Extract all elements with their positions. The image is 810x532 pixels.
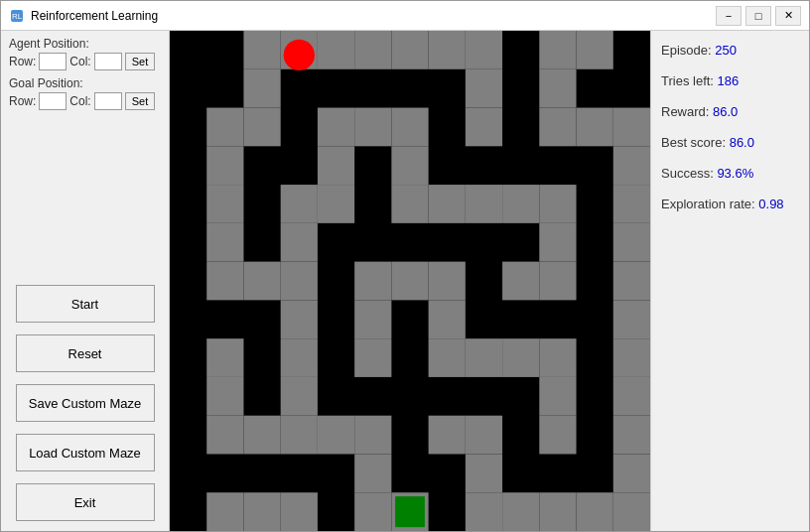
tries-label: Tries left:	[661, 73, 714, 88]
tries-stat: Tries left: 186	[661, 73, 799, 88]
load-maze-button[interactable]: Load Custom Maze	[16, 434, 155, 471]
reward-value: 86.0	[713, 104, 738, 119]
content-area: Agent Position: Row: Col: Set Goal Posit…	[1, 31, 809, 531]
goal-row-label: Row:	[9, 94, 36, 108]
save-maze-button[interactable]: Save Custom Maze	[16, 384, 155, 422]
agent-col-label: Col:	[69, 55, 90, 68]
maze-area[interactable]	[170, 31, 650, 531]
agent-position-section: Agent Position: Row: Col: Set	[9, 37, 161, 70]
agent-position-label: Agent Position:	[9, 37, 161, 51]
episode-stat: Episode: 250	[661, 43, 799, 58]
reward-label: Reward:	[661, 104, 709, 119]
success-value: 93.6%	[717, 166, 753, 181]
agent-col-input[interactable]	[94, 53, 122, 70]
reward-stat: Reward: 86.0	[661, 104, 799, 119]
goal-col-label: Col:	[69, 94, 90, 108]
exploration-value: 0.98	[758, 197, 783, 211]
left-panel: Agent Position: Row: Col: Set Goal Posit…	[1, 31, 170, 531]
titlebar-buttons: − □ ✕	[716, 6, 801, 26]
agent-row-label: Row:	[9, 55, 36, 68]
agent-position-row: Row: Col: Set	[9, 53, 161, 70]
titlebar: RL Reinforcement Learning − □ ✕	[1, 1, 809, 31]
success-label: Success:	[661, 166, 714, 181]
goal-position-section: Goal Position: Row: Col: Set	[9, 76, 161, 110]
right-panel: Episode: 250 Tries left: 186 Reward: 86.…	[650, 31, 809, 531]
svg-text:RL: RL	[12, 12, 23, 21]
episode-value: 250	[715, 43, 737, 58]
main-window: RL Reinforcement Learning − □ ✕ Agent Po…	[0, 0, 810, 532]
success-stat: Success: 93.6%	[661, 166, 799, 181]
best-score-label: Best score:	[661, 135, 726, 150]
start-button[interactable]: Start	[16, 285, 155, 323]
episode-label: Episode:	[661, 43, 712, 58]
goal-set-button[interactable]: Set	[125, 92, 156, 110]
agent-row-input[interactable]	[39, 53, 67, 70]
goal-position-row: Row: Col: Set	[9, 92, 161, 110]
exploration-stat: Exploration rate: 0.98	[661, 197, 799, 211]
maximize-button[interactable]: □	[745, 6, 771, 26]
close-button[interactable]: ✕	[775, 6, 801, 26]
exploration-label: Exploration rate:	[661, 197, 755, 211]
agent-set-button[interactable]: Set	[125, 53, 156, 70]
goal-position-label: Goal Position:	[9, 76, 161, 90]
exit-button[interactable]: Exit	[16, 483, 155, 521]
reset-button[interactable]: Reset	[16, 334, 155, 372]
minimize-button[interactable]: −	[716, 6, 742, 26]
titlebar-icon: RL	[9, 8, 25, 24]
best-score-stat: Best score: 86.0	[661, 135, 799, 150]
goal-row-input[interactable]	[39, 92, 67, 110]
best-score-value: 86.0	[730, 135, 754, 150]
goal-col-input[interactable]	[94, 92, 122, 110]
maze-canvas[interactable]	[170, 31, 650, 531]
tries-value: 186	[718, 73, 740, 88]
window-title: Reinforcement Learning	[31, 9, 716, 23]
